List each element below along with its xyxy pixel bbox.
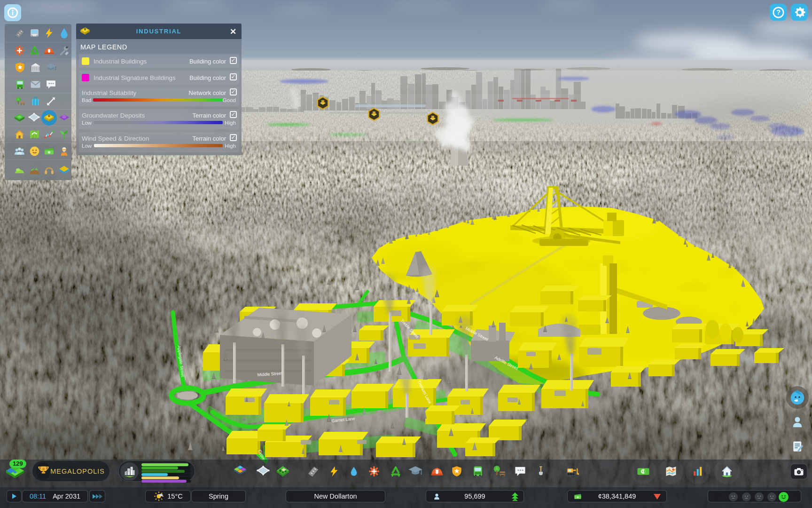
svg-text:?: ? — [776, 8, 781, 16]
